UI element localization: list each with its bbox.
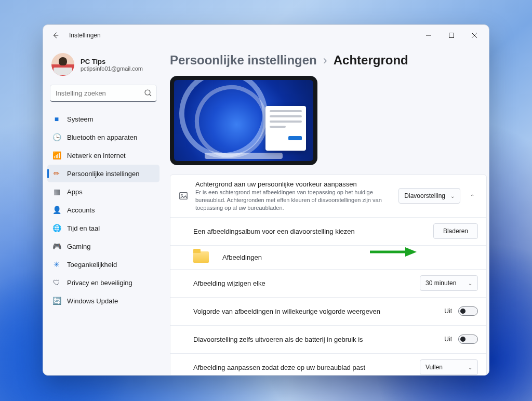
sidebar-item-label: Apps	[67, 188, 83, 196]
nav-icon: ✏	[52, 169, 61, 178]
sidebar-item-label: Persoonlijke instellingen	[67, 170, 139, 178]
sidebar-item-label: Systeem	[67, 115, 94, 123]
fit-title: Afbeelding aanpassen zodat deze op uw bu…	[193, 364, 413, 371]
album-row: Een afbeeldingsalbum voor een diavoorste…	[170, 217, 486, 245]
fit-value: Vullen	[425, 364, 443, 371]
battery-title: Diavoorstelling zelfs uitvoeren als de b…	[193, 336, 437, 343]
minimize-icon	[426, 33, 431, 38]
fit-select[interactable]: Vullen ⌄	[420, 359, 478, 375]
settings-window: Instellingen PC Tips	[43, 24, 489, 376]
bg-type-select[interactable]: Diavoorstelling ⌄	[398, 188, 460, 204]
titlebar: Instellingen	[43, 25, 489, 46]
profile-block[interactable]: PC Tips pctipsinfo01@gmail.com	[47, 46, 159, 83]
sidebar-item[interactable]: ■Systeem	[47, 110, 159, 128]
shuffle-title: Volgorde van afbeeldingen in willekeurig…	[193, 308, 437, 315]
browse-button[interactable]: Bladeren	[433, 223, 478, 239]
nav-icon: ■	[52, 115, 61, 123]
nav-icon: 🎮	[52, 242, 61, 250]
sidebar-item[interactable]: 👤Accounts	[47, 201, 159, 219]
close-icon	[472, 33, 477, 38]
folder-icon	[193, 251, 209, 263]
window-title: Instellingen	[69, 32, 101, 39]
search-icon	[144, 89, 152, 99]
personalize-title: Achtergrond aan uw persoonlijke voorkeur…	[195, 180, 391, 188]
close-button[interactable]	[463, 27, 486, 44]
sidebar-item[interactable]: ▦Apps	[47, 183, 159, 200]
svg-point-1	[145, 90, 150, 95]
sidebar-item-label: Bluetooth en apparaten	[67, 133, 137, 141]
profile-name: PC Tips	[81, 58, 143, 65]
sidebar-item[interactable]: 🕒Bluetooth en apparaten	[47, 128, 159, 146]
nav-icon: 🔄	[52, 297, 61, 305]
fit-row: Afbeelding aanpassen zodat deze op uw bu…	[170, 353, 486, 375]
chevron-down-icon: ⌄	[468, 365, 472, 370]
picture-icon	[179, 191, 188, 200]
nav-icon: 🕒	[52, 133, 61, 141]
main-content[interactable]: Persoonlijke instellingen › Achtergrond	[164, 46, 489, 375]
breadcrumb: Persoonlijke instellingen › Achtergrond	[170, 53, 487, 68]
nav-list: ■Systeem🕒Bluetooth en apparaten📶Netwerk …	[47, 110, 159, 310]
desktop-wallpaper: Instellingen PC Tips	[0, 0, 532, 401]
album-folder-row[interactable]: Afbeeldingen	[170, 245, 486, 269]
shuffle-row: Volgorde van afbeeldingen in willekeurig…	[170, 297, 486, 325]
nav-icon: 🛡	[52, 278, 61, 287]
arrow-left-icon	[52, 32, 59, 39]
chevron-down-icon: ⌄	[450, 193, 455, 199]
interval-select[interactable]: 30 minuten ⌄	[420, 275, 478, 291]
battery-toggle[interactable]	[458, 335, 478, 344]
sidebar-item[interactable]: ✏Persoonlijke instellingen	[47, 165, 159, 182]
shuffle-state: Uit	[444, 308, 452, 315]
search-input[interactable]	[50, 85, 156, 102]
maximize-icon	[449, 33, 454, 38]
minimize-button[interactable]	[417, 27, 440, 44]
profile-email: pctipsinfo01@gmail.com	[81, 65, 143, 72]
browse-label: Bladeren	[443, 228, 468, 235]
back-button[interactable]	[48, 28, 63, 43]
bg-type-value: Diavoorstelling	[404, 192, 445, 199]
interval-title: Afbeelding wijzigen elke	[193, 279, 413, 287]
album-folder-name: Afbeeldingen	[222, 253, 262, 261]
personalize-subtitle: Er is een achtergrond met afbeeldingen v…	[195, 189, 391, 212]
sidebar-item-label: Accounts	[67, 206, 95, 214]
avatar	[51, 53, 74, 76]
nav-icon: ▦	[52, 188, 61, 196]
shuffle-toggle[interactable]	[458, 306, 478, 316]
sidebar-item[interactable]: 🛡Privacy en beveiliging	[47, 274, 159, 291]
sidebar-item-label: Tijd en taal	[67, 224, 100, 232]
personalize-row: Achtergrond aan uw persoonlijke voorkeur…	[170, 175, 486, 217]
album-title: Een afbeeldingsalbum voor een diavoorste…	[193, 228, 426, 235]
sidebar-item[interactable]: 🔄Windows Update	[47, 292, 159, 310]
sidebar-item[interactable]: 🎮Gaming	[47, 237, 159, 255]
collapse-button[interactable]: ⌃	[467, 192, 478, 200]
interval-value: 30 minuten	[425, 279, 456, 287]
maximize-button[interactable]	[440, 27, 463, 44]
svg-rect-0	[449, 33, 454, 38]
battery-row: Diavoorstelling zelfs uitvoeren als de b…	[170, 325, 486, 353]
sidebar-item-label: Windows Update	[67, 297, 118, 305]
battery-state: Uit	[444, 336, 452, 343]
sidebar-item[interactable]: ✳Toegankelijkheid	[47, 256, 159, 273]
nav-icon: ✳	[52, 260, 61, 269]
sidebar-item[interactable]: 🌐Tijd en taal	[47, 219, 159, 237]
window-controls	[417, 27, 486, 44]
sidebar-item-label: Gaming	[67, 243, 91, 250]
background-settings-card: Achtergrond aan uw persoonlijke voorkeur…	[170, 175, 487, 375]
nav-icon: 📶	[52, 151, 61, 159]
sidebar-item-label: Netwerk en internet	[67, 152, 126, 159]
background-preview	[170, 76, 317, 165]
nav-icon: 👤	[52, 206, 61, 214]
svg-point-3	[181, 194, 183, 196]
sidebar-item-label: Toegankelijkheid	[67, 261, 117, 269]
interval-row: Afbeelding wijzigen elke 30 minuten ⌄	[170, 269, 486, 297]
chevron-down-icon: ⌄	[468, 280, 472, 286]
chevron-right-icon: ›	[323, 53, 327, 68]
sidebar: PC Tips pctipsinfo01@gmail.com ■Systeem🕒…	[43, 46, 164, 375]
search-box	[50, 85, 156, 102]
chevron-up-icon: ⌃	[470, 194, 474, 199]
sidebar-item[interactable]: 📶Netwerk en internet	[47, 146, 159, 164]
nav-icon: 🌐	[52, 224, 61, 232]
sidebar-item-label: Privacy en beveiliging	[67, 279, 132, 287]
breadcrumb-parent[interactable]: Persoonlijke instellingen	[170, 53, 317, 68]
breadcrumb-current: Achtergrond	[334, 53, 408, 68]
